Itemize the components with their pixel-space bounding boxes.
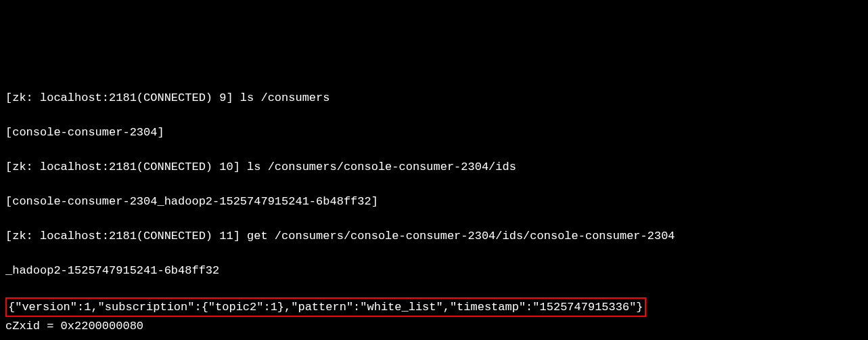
terminal-line: [zk: localhost:2181(CONNECTED) 10] ls /c… [5,158,868,176]
terminal-line: [console-consumer-2304] [5,124,868,142]
terminal-line: cZxid = 0x2200000080 [5,318,868,335]
terminal-line: [zk: localhost:2181(CONNECTED) 11] get /… [5,228,868,245]
terminal-line: [zk: localhost:2181(CONNECTED) 9] ls /co… [5,89,868,107]
terminal-window[interactable]: [zk: localhost:2181(CONNECTED) 9] ls /co… [5,72,868,340]
terminal-line: _hadoop2-1525747915241-6b48ff32 [5,262,868,280]
highlighted-output: {"version":1,"subscription":{"topic2":1}… [5,297,646,318]
terminal-line: [console-consumer-2304_hadoop2-152574791… [5,193,868,211]
